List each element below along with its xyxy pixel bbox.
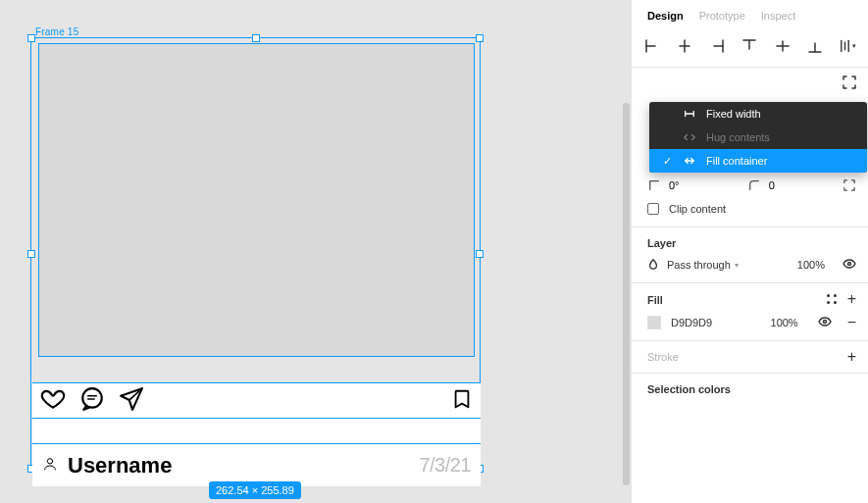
canvas[interactable]: Frame 15 [0, 0, 631, 503]
align-to-frame-icon[interactable] [842, 75, 856, 91]
resize-option-hug-label: Hug contents [706, 131, 770, 143]
add-fill-icon[interactable]: + [847, 293, 856, 307]
fill-section-header: Fill + [632, 283, 868, 309]
corner-radius-icon [747, 179, 761, 191]
remove-fill-icon[interactable]: − [847, 317, 856, 328]
clip-content-checkbox[interactable] [647, 203, 659, 215]
layer-opacity-value[interactable]: 100% [797, 259, 825, 271]
resize-handle-top-left[interactable] [27, 34, 35, 42]
transform-row: 0° 0 [632, 174, 868, 197]
svg-point-24 [848, 263, 851, 266]
chevron-down-icon: ▾ [735, 261, 739, 270]
svg-point-28 [834, 302, 836, 304]
align-left-icon[interactable] [643, 37, 661, 55]
comment-icon[interactable] [79, 386, 105, 416]
resize-handle-mid-right[interactable] [476, 250, 484, 258]
resize-option-fixed-label: Fixed width [706, 108, 761, 120]
clip-content-label: Clip content [669, 203, 726, 215]
dimensions-badge: 262.54 × 255.89 [209, 481, 301, 499]
align-bottom-icon[interactable] [806, 37, 824, 55]
panel-tabs: Design Prototype Inspect [632, 0, 868, 31]
resize-option-hug: Hug contents [649, 126, 867, 149]
fill-swatch[interactable] [647, 316, 661, 329]
stroke-title: Stroke [647, 351, 679, 363]
send-icon[interactable] [119, 386, 144, 416]
layer-section-header: Layer [632, 227, 868, 251]
frame-label[interactable]: Frame 15 [35, 26, 78, 37]
resize-option-fill[interactable]: ✓ Fill container [649, 149, 867, 173]
bookmark-icon[interactable] [451, 388, 473, 414]
fill-visibility-icon[interactable] [818, 315, 832, 330]
date-text[interactable]: 7/3/21 [419, 454, 471, 477]
align-vcenter-icon[interactable] [774, 37, 791, 55]
hug-contents-icon [683, 131, 696, 143]
svg-point-27 [827, 302, 829, 304]
fill-container-icon [683, 155, 696, 167]
independent-corners-icon[interactable] [842, 179, 856, 191]
svg-point-4 [47, 458, 52, 463]
tab-design[interactable]: Design [647, 10, 684, 22]
rotation-icon [647, 179, 661, 191]
resize-handle-mid-left[interactable] [27, 250, 35, 258]
meta-row[interactable]: Username 7/3/21 [32, 443, 481, 486]
check-icon: ✓ [661, 155, 673, 168]
user-icon [42, 456, 58, 476]
fixed-width-icon [683, 108, 696, 120]
clip-content-row[interactable]: Clip content [632, 197, 868, 226]
resize-handle-mid-top[interactable] [252, 34, 260, 42]
fill-row: D9D9D9 100% − [632, 309, 868, 340]
tab-inspect[interactable]: Inspect [761, 10, 795, 22]
layer-row: Pass through ▾ 100% [632, 251, 868, 282]
canvas-scrollbar[interactable] [623, 103, 630, 485]
resize-option-fixed[interactable]: Fixed width [649, 102, 867, 126]
tab-prototype[interactable]: Prototype [699, 10, 745, 22]
visibility-icon[interactable] [842, 257, 856, 273]
design-panel: Design Prototype Inspect ▾ Fixed width H… [631, 0, 868, 503]
stroke-section: Stroke + [632, 341, 868, 373]
resize-handle-top-right[interactable] [476, 34, 484, 42]
svg-point-25 [827, 295, 829, 297]
layer-title: Layer [647, 237, 676, 249]
blend-mode-select[interactable]: Pass through ▾ [667, 259, 739, 271]
fill-styles-icon[interactable] [826, 293, 838, 307]
spacer-row [32, 419, 481, 443]
blend-mode-value: Pass through [667, 259, 731, 271]
align-right-icon[interactable] [708, 37, 726, 55]
blend-mode-icon[interactable] [647, 258, 659, 272]
add-stroke-icon[interactable]: + [847, 351, 856, 363]
corner-radius-value[interactable]: 0 [769, 179, 775, 191]
selection-frame[interactable]: Username 7/3/21 [30, 37, 481, 470]
selection-colors-title: Selection colors [632, 374, 868, 405]
rotation-value[interactable]: 0° [669, 179, 680, 191]
action-row[interactable] [32, 382, 481, 419]
resize-menu: Fixed width Hug contents ✓ Fill containe… [649, 102, 867, 173]
fill-opacity-value[interactable]: 100% [771, 317, 798, 328]
svg-point-0 [82, 388, 102, 408]
fill-title: Fill [647, 294, 663, 306]
alignment-row: ▾ [632, 31, 868, 67]
svg-point-26 [834, 295, 836, 297]
heart-icon[interactable] [40, 386, 66, 416]
align-top-icon[interactable] [740, 37, 758, 55]
image-placeholder[interactable] [38, 43, 475, 357]
fill-hex-value[interactable]: D9D9D9 [671, 317, 712, 328]
resize-option-fill-label: Fill container [706, 155, 767, 167]
svg-point-29 [823, 321, 826, 324]
username-text[interactable]: Username [68, 453, 172, 478]
distribute-icon[interactable]: ▾ [839, 37, 856, 55]
align-hcenter-icon[interactable] [676, 37, 693, 55]
